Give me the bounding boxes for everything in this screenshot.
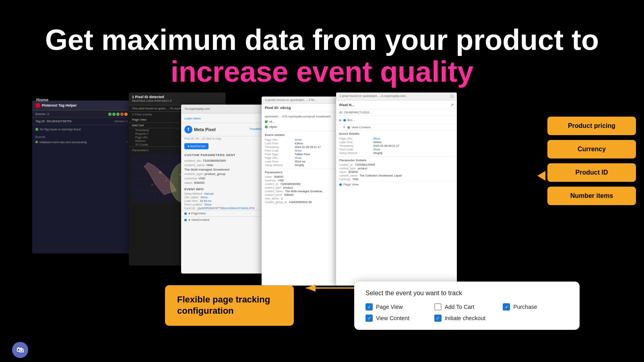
pid-pr4: content_name:The Collection Snowboard: L… [336, 174, 457, 177]
et-item-purchase: Purchase [503, 303, 568, 311]
dot-red-icon [120, 113, 124, 116]
pid-d4: Pixel Code:Show [339, 148, 454, 151]
dot-green3-icon [116, 113, 120, 116]
panel-pixel-right: 1 pixel found on quickstart-...-b.myshop… [336, 93, 457, 286]
learn-more-link[interactable]: Learn More [184, 117, 201, 120]
pid-topbar: 1 pixel found on quickstart-...-b.myshop… [336, 93, 457, 101]
badge-product-pricing: Product pricing [547, 117, 636, 135]
callout-box: Flexible page tracking configuration [165, 285, 294, 326]
events-section: No Tag issues or warnings found [32, 125, 131, 134]
dot-green2-icon [112, 113, 116, 116]
pinterest-logo-icon [35, 103, 40, 108]
et-label-addtocart: Add To Cart [445, 304, 475, 310]
checkbox-purchase[interactable] [503, 303, 510, 311]
pid-pr1: content_id:7326388125905 [336, 163, 457, 167]
callout-arrow-svg [302, 276, 358, 300]
pid-topbar-text: 1 pixel found on quickstart-...-b.myshop… [339, 94, 407, 99]
svg-point-9 [165, 180, 167, 181]
info-icon: ⓘ [450, 94, 454, 99]
events-label-title: Events [32, 134, 131, 140]
pe-pixel-id: fdce24b2-c2ee-444f-bd11-5 [132, 99, 222, 103]
pid-d1: Page URL:Show [339, 137, 454, 140]
callout-text: Flexible page tracking configuration [177, 294, 270, 316]
check-dot2-icon [265, 125, 268, 128]
callout-arrow-icon [302, 276, 358, 302]
view-content-label: ● ViewContent [188, 218, 209, 222]
pid-pr2: content_type:product [336, 167, 457, 170]
tag-id-text: Tag ID: 26126432738752 [35, 119, 72, 123]
checkbox-initiatecheckout[interactable] [434, 315, 442, 322]
svg-point-8 [159, 171, 161, 174]
pid-d5: Setup Method:Shopify [339, 151, 454, 155]
pid-id-row: ID: CE4BF9RC7UD26... [336, 109, 457, 116]
pid-pr3: value:603000 [336, 170, 457, 174]
pid-page-view: Page View [336, 181, 457, 187]
pid-view-content-row: ▼ View Content [336, 125, 457, 130]
facebook-icon: f [184, 125, 192, 134]
home-nav[interactable]: Home [36, 97, 49, 102]
meta-logo: f Meta Pixel [184, 125, 216, 134]
panel-pinterest: Pinterest Tag Helper Events: 3 Tag ID: 2… [32, 101, 131, 253]
hero-line2: increase event quality [171, 56, 473, 88]
external-link-icon[interactable]: ↗ [450, 103, 454, 107]
pid-d2: Load Time:434ms [339, 140, 454, 144]
feature-badges: Product pricing Currency Product ID Numb… [547, 117, 636, 205]
et-item-addtocart: Add To Cart [434, 303, 500, 311]
init-event-row: Initialized event was sent successfully.… [32, 140, 131, 144]
hero-heading: Get maximum data from your product to in… [0, 24, 644, 88]
et-item-initiatecheckout: Initiate checkout [434, 315, 500, 322]
add-to-cart-btn[interactable]: ● AddToCart [184, 143, 208, 149]
pid-event-title: Event Details [339, 132, 454, 137]
dot-orange-icon [124, 113, 128, 116]
content-area: Pinterest Tag Helper Events: 3 Tag ID: 2… [32, 93, 612, 338]
checkbox-pageview[interactable] [365, 303, 373, 311]
hero-line1: Get maximum data from your product to [45, 24, 599, 56]
pid-title: Pixel H... [339, 103, 355, 107]
pe-timestamp-key: Timestamp [135, 129, 149, 132]
init-event-text: Initialized event was sent successfully. [39, 141, 87, 144]
et-item-viewcontent: View Content [365, 315, 431, 322]
vc-arrow-icon: ▼ [343, 125, 346, 129]
pid-brow-row: ▶ Bro... [339, 117, 454, 123]
vc-label: View Content [351, 125, 370, 129]
svg-point-10 [151, 184, 153, 185]
dot-row [108, 113, 128, 116]
meta-url: 7b.myshopify.com [184, 107, 210, 111]
vc-dot-icon [347, 126, 350, 129]
pid-brow-section: ▶ Bro... [336, 116, 457, 125]
pe-referrer-key: Referrer [135, 140, 146, 142]
pid-params-title: Parameter Details [336, 156, 457, 163]
pe-header: 1 Pixel ID detected fdce24b2-c2ee-444f-b… [129, 93, 225, 105]
et-label-initiatecheckout: Initiate checkout [445, 315, 485, 321]
event-tracker-grid: Page View Add To Cart Purchase View Cont… [365, 303, 568, 322]
et-label-viewcontent: View Content [376, 315, 409, 321]
events-label: Events: 3 [35, 112, 49, 116]
init-dot-icon [35, 141, 38, 143]
pid-event-details: Event Details Page URL:Show Load Time:43… [336, 130, 457, 156]
et-label-pageview: Page View [376, 304, 403, 310]
product-id-arrow-icon [537, 171, 545, 181]
chevron-icon: ▾ [126, 140, 128, 144]
page-view-label: ● PageView [188, 212, 206, 215]
dot-blue2-icon [184, 219, 187, 221]
dot-green-icon [108, 113, 111, 116]
no-tag-text: No Tag issues or warnings found [40, 128, 80, 131]
et-label-purchase: Purchase [513, 304, 537, 310]
badge-currency: Currency [547, 140, 636, 158]
checkbox-addtocart[interactable] [434, 303, 442, 311]
pe-pageurl-key: Page URL [135, 136, 148, 139]
pid-pr5: currency:VND [336, 177, 457, 181]
dot-blue-icon [184, 212, 187, 215]
checkbox-viewcontent[interactable] [365, 315, 373, 322]
et-item-pageview: Page View [365, 303, 431, 311]
pe-badge-label: 1 Pixel ID detected [132, 95, 222, 99]
pe-request-key: Request # [135, 132, 148, 135]
shopify-icon: 🛍 [12, 342, 28, 358]
status-green-icon [35, 128, 38, 131]
pe-addcart-label: Add Cart [132, 123, 144, 127]
shopify-glyph: 🛍 [17, 346, 24, 354]
pe-cookie-key: 1P Cookie [135, 143, 148, 146]
panel-pinterest-title: Pinterest Tag Helper [42, 103, 77, 107]
meta-pixel-name: Meta Pixel [194, 127, 216, 132]
meta-pixel-id-text: Pixel ID: 56...-23 click to copy [184, 137, 221, 140]
